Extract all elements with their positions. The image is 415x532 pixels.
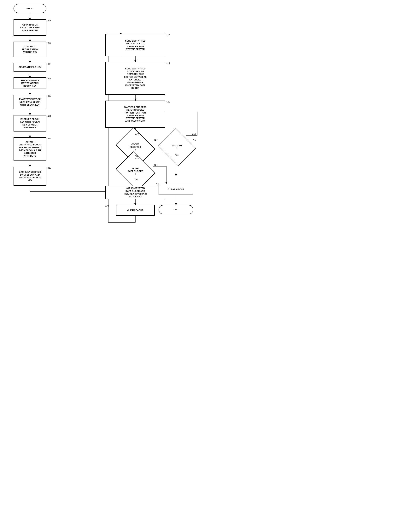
node-409: ENCRYPT FIRST OR NEXT DATA BLOCK WITH BL… <box>14 95 47 109</box>
node-401: OBTAIN USER KEYSTORE FROM LDAP SERVER <box>14 19 47 36</box>
ref-413: 413 <box>47 137 51 140</box>
start-node: START <box>14 4 47 13</box>
ref-405: 405 <box>47 63 51 65</box>
node-429: CLEAR CACHE <box>116 205 155 216</box>
label-no3: No <box>193 139 196 141</box>
ref-411: 411 <box>47 115 51 117</box>
node-433-label: TIME OUT ? <box>171 144 182 150</box>
node-415-label: CACHE ENCRYPTED DATA BLOCK AND ENCRYPTED… <box>19 171 41 181</box>
label-no2: No <box>154 164 157 166</box>
node-411-label: ENCRYPT BLOCK KEY WITH PUBLIC KEY OF USE… <box>20 118 40 129</box>
node-417-label: SEND ENCRYPTED DATA BLOCK TO NETWORK FIL… <box>125 39 146 50</box>
node-407: XOR IV AND FILE KEY TO OBTAIN BLOCK KEY <box>14 77 47 89</box>
ref-417: 417 <box>166 34 170 36</box>
node-419: SEND ENCRYPTED BLOCK KEY TO NETWORK FILE… <box>105 62 165 95</box>
end-node: END <box>159 205 193 214</box>
node-423-label: CODES RECEIVED ? <box>130 143 141 151</box>
ref-401: 401 <box>47 19 51 22</box>
node-403-label: GENERATE INITIALIZATION VECTOR (IV) <box>22 45 38 54</box>
ref-419: 419 <box>166 62 170 64</box>
node-413: ATTACH ENCRYPTED BLOCK KEY TO ENCRYPTED … <box>14 137 47 161</box>
node-425-label: MORE DATA BLOCKS ? <box>127 167 143 175</box>
ref-425: 425 <box>135 157 139 160</box>
node-415: CACHE ENCRYPTED DATA BLOCK AND ENCRYPTED… <box>14 167 47 186</box>
flowchart: START OBTAIN USER KEYSTORE FROM LDAP SER… <box>0 0 208 266</box>
end-label: END <box>174 208 178 211</box>
node-411: ENCRYPT BLOCK KEY WITH PUBLIC KEY OF USE… <box>14 115 47 132</box>
node-421-label: WAIT FOR SUCCESS RETURN CODES FOR WRITES… <box>124 106 146 123</box>
node-413-label: ATTACH ENCRYPTED BLOCK KEY TO ENCRYPTED … <box>19 141 41 157</box>
node-431-label: CLEAR CACHE <box>168 188 184 191</box>
node-431: CLEAR CACHE <box>159 184 193 195</box>
ref-415: 415 <box>47 167 51 169</box>
node-401-label: OBTAIN USER KEYSTORE FROM LDAP SERVER <box>20 23 40 32</box>
node-403: GENERATE INITIALIZATION VECTOR (IV) <box>14 42 47 57</box>
node-421: WAIT FOR SUCCESS RETURN CODES FOR WRITES… <box>105 101 165 128</box>
ref-407: 407 <box>47 77 51 80</box>
node-409-label: ENCRYPT FIRST OR NEXT DATA BLOCK WITH BL… <box>19 98 41 106</box>
node-427-label: XOR ENCRYPTED DATA BLOCK AND FILE KEY TO… <box>124 187 147 198</box>
start-label: START <box>26 7 34 10</box>
node-407-label: XOR IV AND FILE KEY TO OBTAIN BLOCK KEY <box>21 79 39 87</box>
label-yes2: Yes <box>134 178 138 180</box>
ref-431: 431 <box>156 182 160 185</box>
label-yes1: Yes <box>134 155 138 157</box>
node-419-label: SEND ENCRYPTED BLOCK KEY TO NETWORK FILE… <box>124 67 147 89</box>
ref-433: 433 <box>192 133 196 135</box>
label-no1: No <box>154 139 157 141</box>
ref-423: 423 <box>135 133 139 135</box>
node-405-label: GENERATE FILE KEY <box>19 66 41 68</box>
ref-421: 421 <box>166 101 170 103</box>
node-427: XOR ENCRYPTED DATA BLOCK AND FILE KEY TO… <box>105 186 165 199</box>
ref-403: 403 <box>47 42 51 44</box>
label-yes3: Yes <box>175 154 179 156</box>
node-405: GENERATE FILE KEY <box>14 63 47 72</box>
node-417: SEND ENCRYPTED DATA BLOCK TO NETWORK FIL… <box>105 34 165 56</box>
ref-409: 409 <box>47 95 51 97</box>
node-429-label: CLEAR CACHE <box>127 209 143 212</box>
ref-429: 429 <box>105 205 109 207</box>
